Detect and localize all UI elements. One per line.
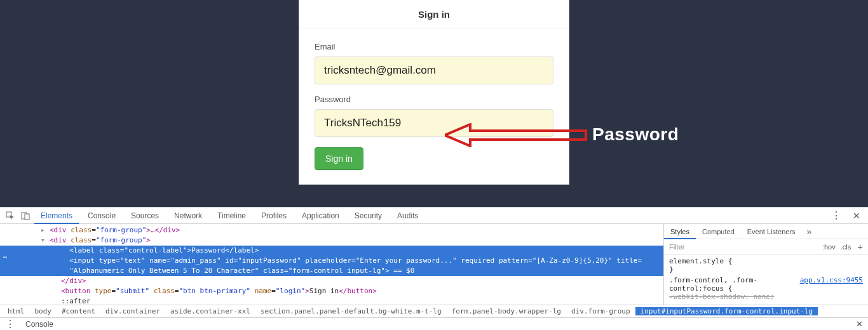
annotation-label: Password <box>592 124 679 145</box>
devtools-main: … ▸<div class="form-group">…</div> ▾<div… <box>0 224 868 305</box>
dom-line[interactable]: <label class="control-label">Password</l… <box>0 246 663 256</box>
crumb[interactable]: html <box>3 307 30 315</box>
rule-property[interactable]: -webkit-box-shadow: none; <box>669 293 863 301</box>
dom-line-selected[interactable]: <input type="text" name="admin_pass" id=… <box>0 256 663 266</box>
crumb[interactable]: div.form-group <box>566 307 635 315</box>
signin-button[interactable]: Sign in <box>315 147 363 170</box>
tab-elements[interactable]: Elements <box>34 208 79 224</box>
email-field[interactable] <box>315 56 553 84</box>
app-viewport: Sign in Email Password Sign in Password <box>0 0 868 207</box>
drawer-console-tab[interactable]: Console <box>20 320 58 329</box>
styles-tab-styles[interactable]: Styles <box>664 224 696 239</box>
styles-tab-computed[interactable]: Computed <box>696 224 741 239</box>
crumb[interactable]: section.panel.panel-default.bg-white.m-t… <box>255 307 447 315</box>
tab-sources[interactable]: Sources <box>125 208 165 224</box>
styles-hov-toggle[interactable]: :hov <box>822 243 836 251</box>
drawer-more-icon[interactable]: ⋮ <box>0 318 20 330</box>
styles-cls-toggle[interactable]: .cls <box>841 243 851 251</box>
dom-line[interactable]: ▾<div class="form-group"> <box>0 235 663 246</box>
annotation-arrow-icon <box>445 123 588 147</box>
email-label: Email <box>315 42 553 51</box>
console-drawer: ⋮ Console ✕ <box>0 317 868 330</box>
styles-filter-bar: Filter :hov .cls + <box>664 239 868 254</box>
devtools-close-icon[interactable]: ✕ <box>849 211 864 221</box>
styles-rules[interactable]: element.style { } app.v1.css:9455 .form-… <box>664 254 868 303</box>
styles-filter-label[interactable]: Filter <box>669 243 684 251</box>
crumb[interactable]: #content <box>57 307 100 315</box>
tab-audits[interactable]: Audits <box>391 208 424 224</box>
tab-application[interactable]: Application <box>295 208 346 224</box>
styles-tabstrip: Styles Computed Event Listeners » <box>664 224 868 239</box>
rule-selector: .form-control, .form-control:focus { <box>669 276 757 293</box>
tab-security[interactable]: Security <box>348 208 388 224</box>
dom-line[interactable]: ▸<div class="form-group">…</div> <box>0 225 663 235</box>
tab-profiles[interactable]: Profiles <box>255 208 293 224</box>
dom-selection-gutter: … <box>0 246 10 266</box>
styles-add-rule-icon[interactable]: + <box>857 241 863 252</box>
device-toggle-icon[interactable] <box>19 209 32 222</box>
dom-line[interactable]: ::after <box>0 296 663 305</box>
rule-close: } <box>669 265 863 274</box>
crumb[interactable]: form.panel-body.wrapper-lg <box>447 307 566 315</box>
signin-heading: Sign in <box>299 0 569 29</box>
styles-tab-eventlisteners[interactable]: Event Listeners <box>741 224 802 239</box>
devtools: Elements Console Sources Network Timelin… <box>0 207 868 330</box>
crumb[interactable]: div.container <box>100 307 165 315</box>
tab-console[interactable]: Console <box>81 208 122 224</box>
dom-breadcrumb[interactable]: html body #content div.container aside.c… <box>0 305 868 317</box>
styles-pane: Styles Computed Event Listeners » Filter… <box>663 224 868 305</box>
crumb[interactable]: body <box>30 307 57 315</box>
devtools-more-icon[interactable]: ⋮ <box>826 209 846 221</box>
password-label: Password <box>315 95 553 104</box>
inspect-icon[interactable] <box>4 209 17 222</box>
rule-source-link[interactable]: app.v1.css:9455 <box>800 276 863 284</box>
signin-body: Email Password Sign in <box>299 29 569 184</box>
crumb-selected[interactable]: input#inputPassword.form-control.input-l… <box>635 307 818 315</box>
rule-selector: element.style { <box>669 257 863 265</box>
signin-panel: Sign in Email Password Sign in <box>299 0 569 185</box>
dom-line[interactable]: </div> <box>0 276 663 286</box>
drawer-close-icon[interactable]: ✕ <box>851 319 868 329</box>
tab-network[interactable]: Network <box>168 208 208 224</box>
svg-marker-0 <box>445 124 586 146</box>
dom-line-selected[interactable]: "Alphanumeric Only Between 5 To 20 Chara… <box>0 266 663 276</box>
dom-tree[interactable]: … ▸<div class="form-group">…</div> ▾<div… <box>0 224 663 305</box>
svg-rect-3 <box>25 214 29 220</box>
styles-tabs-more-icon[interactable]: » <box>802 227 817 237</box>
dom-line[interactable]: <button type="submit" class="btn btn-pri… <box>0 286 663 296</box>
crumb[interactable]: aside.container-xxl <box>165 307 255 315</box>
tab-timeline[interactable]: Timeline <box>211 208 252 224</box>
devtools-tabstrip: Elements Console Sources Network Timelin… <box>0 208 868 224</box>
